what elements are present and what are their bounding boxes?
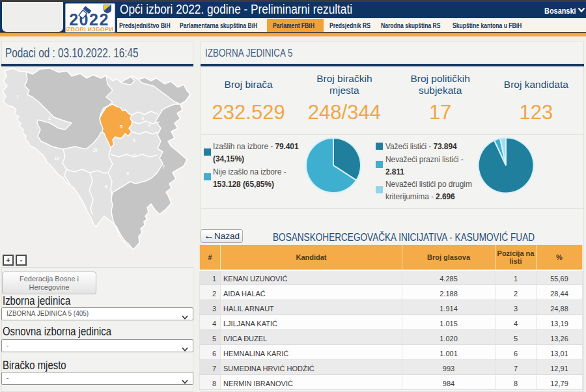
svg-text:12: 12 [54,156,59,161]
svg-text:1: 1 [16,94,19,99]
svg-text:8: 8 [105,184,107,189]
svg-text:7: 7 [162,165,165,169]
svg-text:6: 6 [133,138,135,143]
svg-text:4: 4 [148,123,150,128]
svg-text:11: 11 [133,153,137,158]
svg-text:10: 10 [92,148,98,152]
svg-text:9: 9 [126,171,129,176]
svg-text:IZBORI ИЗБОРИ: IZBORI ИЗБОРИ [66,26,113,32]
svg-text:5: 5 [120,124,123,130]
svg-text:2: 2 [48,116,51,120]
svg-text:3: 3 [141,116,144,120]
